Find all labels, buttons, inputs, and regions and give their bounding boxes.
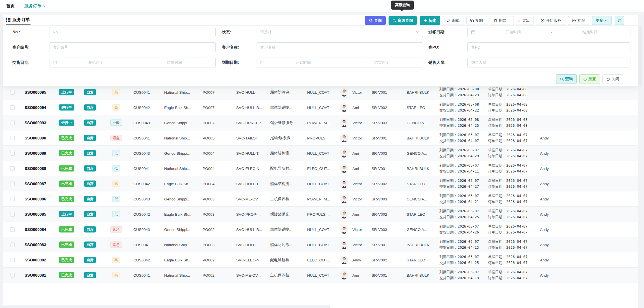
export-button[interactable]: 导出: [513, 16, 534, 25]
status-badge: 已完成: [59, 257, 74, 263]
due-date-line: 到期日期：2026-05-07: [439, 270, 479, 275]
table-row[interactable]: SSO000089 已完成 自营 低 CUS0043 Genco Shippi.…: [3, 146, 638, 161]
table-row[interactable]: SSO000087 已完成 自营 高 CUS0042 Eagle Bulk Sh…: [3, 176, 638, 191]
table-row[interactable]: SSO000094 进行中 自营 高 CUS0042 Eagle Bulk Sh…: [3, 100, 638, 115]
grid-icon: [6, 18, 10, 22]
advanced-query-button[interactable]: 高级查询: [389, 16, 417, 25]
avatar: [340, 225, 348, 234]
doc-date-line: 单据日期：2026-04-08: [488, 117, 528, 122]
sales-input[interactable]: [467, 58, 630, 67]
customer-po: PO004: [203, 151, 214, 155]
posting-end-placeholder[interactable]: 结束时间: [553, 30, 627, 35]
order-date-line: 订单日期：2026-04-07: [488, 261, 528, 265]
calendar-icon: [53, 60, 57, 65]
doc-date-line: 单据日期：2026-04-07: [488, 178, 528, 183]
order-date-line: 订单日期：2026-04-07: [488, 230, 528, 235]
table-row[interactable]: SSO000086 已完成 自营 低 CUS0043 Genco Shippi.…: [3, 191, 638, 207]
start-service-button[interactable]: 开始服务: [537, 16, 565, 25]
ship-name: GENCO A...: [407, 227, 427, 231]
row-checkbox[interactable]: [10, 227, 15, 232]
customer-po-input[interactable]: [467, 42, 630, 52]
row-checkbox[interactable]: [10, 197, 15, 201]
delivery-date-line: 交货日期：2026-04-13: [439, 245, 479, 250]
due-date-line: 到期日期：2026-05-07: [439, 209, 479, 214]
new-button[interactable]: 新建: [420, 16, 440, 25]
table-row[interactable]: SSO000093 进行中 自营 一般 CUS0043 Genco Shippi…: [3, 115, 638, 130]
priority-badge: 紧急: [110, 226, 122, 233]
service-name: 船体防污涂...: [270, 90, 292, 95]
query-button[interactable]: 查询: [365, 16, 386, 25]
panel-reset-button[interactable]: 重置: [579, 74, 600, 84]
posting-date-range[interactable]: 开始时间 - 结束时间: [467, 27, 630, 37]
tab-service-orders[interactable]: 服务订单 ×: [24, 3, 45, 9]
priority-badge: 高: [112, 104, 120, 111]
sort-toggle-button[interactable]: [615, 16, 624, 25]
person-avatar-icon: [340, 195, 348, 203]
horizontal-scrollbar[interactable]: [3, 305, 331, 308]
advanced-query-tooltip: 高级查询: [391, 1, 414, 10]
row-checkbox[interactable]: [10, 182, 15, 186]
calendar-icon: [260, 60, 264, 65]
table-row[interactable]: SSO000084 已完成 自营 紧急 CUS0043 Genco Shippi…: [3, 222, 638, 237]
due-end-placeholder[interactable]: 结束时间: [344, 60, 419, 65]
vertical-scrollbar[interactable]: [639, 26, 642, 86]
edit-button[interactable]: 编辑: [443, 16, 463, 25]
delete-button[interactable]: 删除: [490, 16, 510, 25]
row-checkbox[interactable]: [10, 136, 15, 140]
table-row[interactable]: SSO000085 进行中 自营 低 CUS0042 Eagle Bulk Sh…: [3, 207, 638, 222]
table-row[interactable]: SSO000081 已完成 自营 高 CUS0041 National Ship…: [3, 268, 638, 283]
row-checkbox[interactable]: [10, 90, 15, 95]
doc-date-line: 单据日期：2026-04-07: [488, 270, 528, 275]
row-checkbox[interactable]: [10, 105, 15, 110]
service-code: SVC-HULL-T...: [236, 151, 261, 155]
status-select[interactable]: 请选择: [257, 27, 423, 37]
suspend-button[interactable]: 挂起: [568, 16, 589, 25]
table-row[interactable]: SSO000088 已完成 自营 低 CUS0041 National Ship…: [3, 161, 638, 176]
customer-code: CUS0041: [133, 90, 150, 94]
no-input[interactable]: [49, 27, 216, 37]
panel-query-button[interactable]: 查询: [556, 74, 577, 84]
row-checkbox[interactable]: [10, 166, 15, 171]
avatar: [340, 164, 348, 173]
due-start-placeholder[interactable]: 开始时间: [266, 60, 341, 65]
customer-code-input[interactable]: [49, 42, 216, 52]
tab-home[interactable]: 首页: [6, 3, 15, 9]
copy-button-label: 复制: [475, 18, 483, 23]
posting-start-placeholder[interactable]: 开始时间: [476, 30, 550, 35]
doc-date-line: 单据日期：2026-04-07: [488, 209, 528, 214]
customer-name: Genco Shippi...: [164, 227, 190, 231]
copy-button[interactable]: 复制: [466, 16, 487, 25]
tab-bar: 首页 服务订单 ×: [0, 0, 644, 12]
search-icon: [393, 19, 396, 22]
person-avatar-icon: [340, 88, 348, 97]
service-name: 锅炉维修服务: [270, 120, 293, 125]
calendar-icon: [471, 30, 475, 34]
date-range-separator: -: [135, 60, 136, 65]
table-row[interactable]: SSO000082 已完成 自营 高 CUS0042 Eagle Bulk Sh…: [3, 252, 638, 268]
due-date-range[interactable]: 开始时间 - 结束时间: [257, 58, 423, 67]
close-icon[interactable]: ×: [43, 4, 45, 8]
row-checkbox[interactable]: [10, 243, 15, 247]
row-checkbox[interactable]: [10, 212, 15, 217]
ship-name: GENCO A...: [407, 151, 427, 155]
order-date-line: 订单日期：2026-04-08: [488, 93, 528, 98]
more-button[interactable]: 更多: [592, 16, 612, 25]
row-checkbox[interactable]: [10, 151, 15, 156]
row-checkbox[interactable]: [10, 273, 15, 278]
table-row[interactable]: SSO000083 已完成 自营 紧急 CUS0041 National Shi…: [3, 237, 638, 252]
table-row[interactable]: SSO000095 进行中 自营 高 CUS0041 National Ship…: [3, 85, 638, 100]
delivery-date-range[interactable]: 开始时间 - 结束时间: [49, 58, 216, 67]
row-checkbox[interactable]: [10, 121, 15, 125]
customer-code: CUS0042: [133, 212, 150, 216]
table-row[interactable]: SSO000090 已完成 自营 紧急 CUS0041 National Shi…: [3, 130, 638, 146]
row-checkbox[interactable]: [10, 258, 15, 262]
start-service-button-label: 开始服务: [546, 18, 561, 23]
service-category: POWER_M...: [307, 121, 330, 125]
customer-name: National Ship...: [164, 166, 190, 171]
customer-name-input[interactable]: [257, 42, 423, 52]
delivery-start-placeholder[interactable]: 开始时间: [58, 60, 133, 65]
panel-close-button[interactable]: 关闭: [602, 74, 623, 84]
delivery-end-placeholder[interactable]: 结束时间: [137, 60, 212, 65]
order-no: SSO000085: [25, 212, 46, 217]
customer-po: PO005: [203, 136, 214, 140]
